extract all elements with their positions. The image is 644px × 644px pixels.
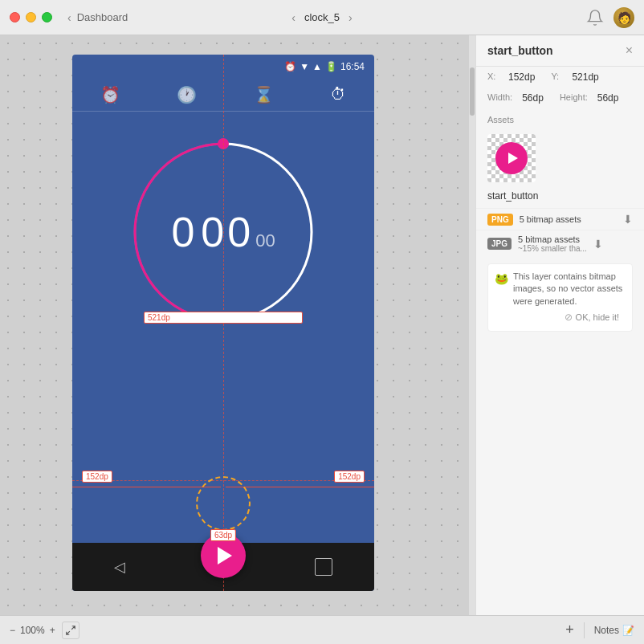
height-value: 56dp <box>597 92 619 104</box>
status-time: 16:54 <box>340 61 365 72</box>
dim-152-left-label: 152dp <box>82 471 112 483</box>
notes-label: Notes <box>594 625 619 636</box>
notice-box: 🐸 This layer contains bitmap images, so … <box>487 263 633 332</box>
zoom-plus-button[interactable]: + <box>50 625 55 636</box>
assets-section-label: Assets <box>476 108 644 128</box>
tab-alarm[interactable]: ⏰ <box>100 85 120 104</box>
prev-file-icon[interactable]: ‹ <box>289 11 298 24</box>
titlebar-center: ‹ clock_5 › <box>289 11 354 24</box>
jpg-desc: 5 bitmap assets ~15% smaller tha... <box>518 234 587 253</box>
y-label: Y: <box>551 71 562 83</box>
jpg-sub: ~15% smaller tha... <box>518 244 587 253</box>
zoom-controls: − 100% + <box>10 625 55 636</box>
dim-152-right-label: 152dp <box>334 471 365 483</box>
time-minutes: 00 <box>201 208 254 256</box>
back-arrow-icon: ‹ <box>65 11 74 24</box>
time-seconds: 00 <box>255 230 275 251</box>
ok-hide-button[interactable]: OK, hide it! <box>576 312 619 324</box>
zoom-level: 100% <box>20 625 45 636</box>
time-hours: 0 <box>171 208 198 256</box>
alarm-status-icon: ⏰ <box>284 61 296 72</box>
size-row: Width: 56dp Height: 56dp <box>476 88 644 108</box>
panel-title: start_button <box>487 44 553 57</box>
right-panel: start_button × X: 152dp Y: 521dp Width: … <box>475 35 644 615</box>
tab-stopwatch[interactable]: ⏱ <box>330 85 346 104</box>
x-value: 152dp <box>508 71 535 83</box>
panel-header: start_button × <box>476 35 644 67</box>
notes-button[interactable]: Notes 📝 <box>594 625 634 636</box>
measure-right-line <box>226 487 374 487</box>
measure-left-line <box>72 487 221 487</box>
png-asset-row: PNG 5 bitmap assets ⬇ <box>476 208 644 230</box>
play-button-selection <box>196 476 251 531</box>
nav-back[interactable]: ‹ Dashboard <box>65 11 128 24</box>
phone-mockup: 521dp 152dp 152dp 63dp ⏰ ▼ ▲ 🔋 16:54 ⏰ 🕐 <box>72 55 374 591</box>
add-button[interactable]: + <box>565 622 574 638</box>
width-label: Width: <box>487 92 512 104</box>
notice-row: 🐸 This layer contains bitmap images, so … <box>495 271 626 308</box>
user-avatar[interactable]: 🧑 <box>613 7 634 28</box>
notice-text: This layer contains bitmap images, so no… <box>513 271 626 308</box>
wifi-icon: ▼ <box>300 61 309 72</box>
png-count: 5 bitmap assets <box>520 214 617 224</box>
main-layout: 521dp 152dp 152dp 63dp ⏰ ▼ ▲ 🔋 16:54 ⏰ 🕐 <box>0 35 644 615</box>
jpg-badge: JPG <box>487 238 512 250</box>
bell-icon[interactable] <box>586 9 604 26</box>
canvas-area[interactable]: 521dp 152dp 152dp 63dp ⏰ ▼ ▲ 🔋 16:54 ⏰ 🕐 <box>0 35 475 615</box>
y-value: 521dp <box>572 71 598 83</box>
asset-preview-container <box>487 134 536 182</box>
asset-play-icon <box>495 142 528 174</box>
position-row: X: 152dp Y: 521dp <box>476 67 644 88</box>
notes-emoji: 📝 <box>622 625 634 636</box>
traffic-lights <box>10 12 52 22</box>
scrollbar-track <box>469 35 475 615</box>
jpg-download-icon[interactable]: ⬇ <box>593 238 603 251</box>
ok-hide-row: ⊘ OK, hide it! <box>495 308 626 324</box>
next-file-icon[interactable]: › <box>346 11 355 24</box>
signal-icon: ▲ <box>312 61 322 72</box>
dim-63-label: 63dp <box>210 529 236 541</box>
dim-521-label: 521dp <box>144 312 303 324</box>
export-icon <box>65 625 76 636</box>
dashboard-link[interactable]: Dashboard <box>77 11 128 23</box>
nav-back-btn[interactable]: ◁ <box>114 558 125 576</box>
jpg-asset-row: JPG 5 bitmap assets ~15% smaller tha... … <box>476 230 644 257</box>
panel-close-button[interactable]: × <box>626 43 633 58</box>
titlebar-right: 🧑 <box>586 7 634 28</box>
close-traffic-light[interactable] <box>10 12 20 22</box>
png-badge: PNG <box>487 214 513 226</box>
jpg-count: 5 bitmap assets <box>518 234 587 244</box>
battery-icon: 🔋 <box>325 61 337 72</box>
tab-clock[interactable]: 🕐 <box>177 85 197 104</box>
file-name: clock_5 <box>304 11 340 23</box>
minimize-traffic-light[interactable] <box>26 12 36 22</box>
export-button[interactable] <box>62 622 79 639</box>
nav-home-btn[interactable] <box>315 558 332 576</box>
height-label: Height: <box>560 92 588 104</box>
ok-hide-circle-icon: ⊘ <box>565 311 573 324</box>
width-value: 56dp <box>522 92 544 104</box>
scrollbar-thumb[interactable] <box>470 67 475 116</box>
titlebar: ‹ Dashboard ‹ clock_5 › 🧑 <box>0 0 644 35</box>
asset-name-label: start_button <box>476 189 644 208</box>
notice-emoji: 🐸 <box>495 271 508 287</box>
bottom-bar: − 100% + + Notes 📝 <box>0 615 644 644</box>
separator <box>584 622 585 638</box>
zoom-minus-button[interactable]: − <box>10 625 15 636</box>
fullscreen-traffic-light[interactable] <box>42 12 52 22</box>
x-label: X: <box>487 71 499 83</box>
png-download-icon[interactable]: ⬇ <box>623 213 633 226</box>
tab-timer[interactable]: ⌛ <box>254 85 274 104</box>
